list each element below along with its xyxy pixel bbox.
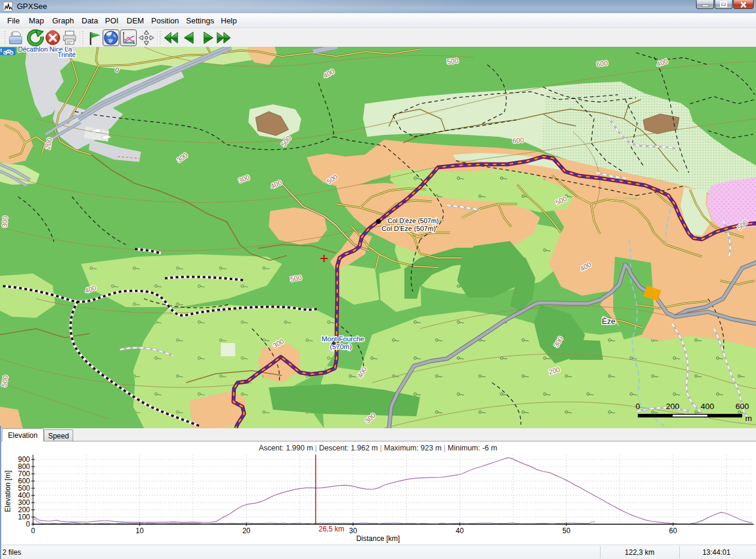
- svg-text:60: 60: [669, 527, 677, 535]
- svg-text:Ascent: 1.990 m | Descent: 1.9: Ascent: 1.990 m | Descent: 1.962 m | Max…: [259, 444, 497, 452]
- svg-text:100: 100: [18, 513, 30, 521]
- svg-text:600: 600: [736, 402, 749, 411]
- svg-text:0: 0: [635, 402, 640, 411]
- svg-text:Trinité: Trinité: [58, 51, 76, 58]
- svg-text:50: 50: [562, 527, 571, 535]
- svg-text:Èze: Èze: [602, 317, 615, 326]
- svg-text:700: 700: [18, 470, 30, 478]
- svg-text:600: 600: [18, 477, 30, 485]
- svg-text:26,5 km: 26,5 km: [319, 525, 344, 533]
- svg-text:300: 300: [18, 498, 30, 507]
- svg-text:Col D'èze (507m): Col D'èze (507m): [388, 217, 439, 224]
- svg-text:800: 800: [18, 462, 30, 471]
- svg-text:300: 300: [1, 216, 9, 228]
- svg-text:200: 200: [18, 506, 30, 514]
- svg-text:Distance [km]: Distance [km]: [356, 534, 400, 543]
- svg-text:Col D'Eze (507m): Col D'Eze (507m): [382, 225, 436, 232]
- svg-text:Elevation [m]: Elevation [m]: [4, 470, 12, 512]
- svg-text:400: 400: [701, 402, 715, 411]
- svg-text:10: 10: [136, 527, 144, 535]
- svg-text:400: 400: [18, 491, 30, 500]
- svg-text:200: 200: [666, 402, 680, 411]
- svg-text:500: 500: [18, 484, 30, 492]
- svg-text:600: 600: [512, 136, 524, 145]
- svg-text:0: 0: [26, 520, 30, 528]
- svg-text:m: m: [745, 414, 752, 423]
- svg-text:30: 30: [349, 527, 358, 535]
- svg-text:Mont Fourche: Mont Fourche: [322, 335, 364, 342]
- svg-text:20: 20: [242, 527, 251, 535]
- svg-text:0: 0: [31, 527, 35, 535]
- svg-text:900: 900: [18, 455, 30, 464]
- svg-text:40: 40: [456, 527, 464, 535]
